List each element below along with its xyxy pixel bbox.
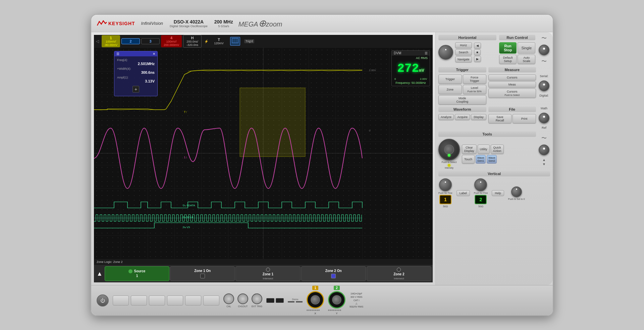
default-setup-btn[interactable]: DefaultSetup (499, 55, 517, 64)
navigate-btn[interactable]: Navigate (455, 56, 472, 62)
top-right-knob[interactable] (539, 45, 549, 55)
demo-conn-1[interactable] (288, 301, 294, 302)
meas-btn[interactable]: Meas (488, 81, 536, 88)
tools-main-knob[interactable] (438, 139, 460, 160)
ch2-probe-connector[interactable] (328, 291, 345, 309)
auto-scale-btn[interactable]: AutoScale (518, 55, 535, 64)
zone1-intersect-softkey[interactable]: Zone 1 Intersect (235, 266, 300, 281)
width-measurement: +Width(4): 300.6ns (117, 67, 155, 74)
ch2-impedance: 50Ω (478, 205, 483, 208)
ch2-tab-8 (340, 310, 341, 311)
usb-port-2[interactable] (276, 298, 284, 303)
run-stop-btn[interactable]: RunStop (499, 42, 517, 54)
math-knob[interactable] (539, 113, 549, 123)
mode-coupling-btn[interactable]: ModeCoupling (438, 95, 486, 105)
force-trigger-btn[interactable]: ForceTrigger (463, 74, 486, 84)
t-button[interactable]: T 120mV (210, 37, 228, 46)
ch2-indicator[interactable]: 2 (475, 195, 487, 204)
touch-btn[interactable]: Touch (462, 155, 475, 164)
clear-display-btn[interactable]: ClearDisplay (462, 145, 477, 154)
meas-add-btn[interactable]: + (132, 86, 139, 93)
trig-status: Trig'd (244, 39, 254, 43)
func-btn-6[interactable] (203, 295, 219, 306)
zone2-on-checkbox[interactable] (331, 274, 336, 278)
h-label: H (191, 36, 194, 40)
func-btn-3[interactable] (149, 295, 165, 306)
ch2-marker: 1↕ (184, 156, 187, 159)
zone2-intersect-softkey[interactable]: Zone 2 Intersect (367, 266, 431, 281)
ch4-button[interactable]: 4 100mV/ 200.000mV (161, 35, 182, 47)
svg-rect-0 (232, 38, 238, 43)
func-btn-1[interactable] (113, 295, 129, 306)
wave-gen2-btn[interactable]: WaveGen2 (487, 155, 497, 164)
trigger-btn[interactable]: Trigger (438, 74, 462, 84)
freq-measurement: Freq(4): 2.501MHz (117, 58, 155, 66)
help-btn[interactable]: Help (492, 190, 504, 196)
nav-up-arrow[interactable]: ▲ (95, 270, 104, 277)
func-btn-4[interactable] (167, 295, 183, 306)
ch2-button[interactable]: 2 (121, 38, 140, 44)
meas-title-bar: ☰ ✕ (114, 51, 157, 56)
horiz-btn[interactable]: Horiz (455, 42, 472, 48)
ch1-indicator[interactable]: 1 (439, 195, 451, 204)
horiz-left-btn[interactable]: ◀ (474, 43, 481, 49)
bottom-right-knob[interactable] (539, 145, 549, 155)
analyze-btn[interactable]: Analyze (438, 114, 454, 120)
file-section: File SaveRecall Print (488, 107, 536, 129)
quick-action-btn[interactable]: QuickAction (491, 145, 504, 154)
label-btn[interactable]: Label (457, 190, 470, 196)
single-btn[interactable]: Single (518, 42, 535, 54)
usb-port-1[interactable] (266, 298, 274, 303)
expand-arrow: ◁ (96, 39, 99, 44)
func-btn-5[interactable] (185, 295, 201, 306)
utility-btn[interactable]: Utility (478, 145, 490, 154)
measure-title: Measure (488, 67, 536, 72)
save-recall-btn[interactable]: SaveRecall (488, 114, 512, 123)
zone1-on-softkey[interactable]: Zone 1 On (170, 266, 235, 281)
meas-close-btn[interactable]: ✕ (152, 52, 156, 56)
h-button[interactable]: H 200.0ns/ -320.0ns (183, 35, 202, 48)
ch1-button[interactable]: 1 100mV/ -80.00mV (102, 35, 120, 47)
ch1-tab-3 (310, 310, 311, 311)
zone1-indicator-row (266, 268, 270, 272)
acquire-btn[interactable]: Acquire (455, 114, 470, 120)
right-panel: Horizontal Horiz Search Navigate ◀ ■ (435, 32, 553, 285)
screen-mode-btn[interactable] (230, 37, 240, 46)
source-green-dot (128, 269, 132, 273)
position-knob[interactable] (511, 186, 522, 197)
print-btn[interactable]: Print (513, 114, 536, 123)
ch3-button[interactable]: 3 (141, 38, 160, 44)
horiz-stop-btn[interactable]: ■ (474, 49, 480, 55)
search-btn[interactable]: Search (455, 49, 472, 55)
source-softkey[interactable]: Source 1 (105, 266, 169, 281)
meas-minimize-btn[interactable]: ☰ (116, 52, 120, 56)
power-btn[interactable]: ⏻ (97, 294, 109, 307)
wave-gen1-btn[interactable]: WaveGen1 (476, 155, 486, 164)
display-btn[interactable]: Display (471, 114, 486, 120)
ch1-vert-knob[interactable] (439, 178, 452, 191)
mid-right-knob[interactable] (539, 80, 549, 91)
zone2-on-softkey[interactable]: Zone 2 On (301, 266, 366, 281)
demo-conn-2[interactable] (296, 301, 303, 302)
file-title: File (488, 107, 536, 112)
cursors-btn[interactable]: Cursors (488, 74, 536, 80)
serial-label: Serial: (540, 74, 548, 78)
horiz-right-btn[interactable]: ▶ (474, 56, 481, 62)
bnc-3-connector[interactable] (252, 293, 262, 304)
tools-title: Tools (438, 131, 536, 137)
bnc-1-connector[interactable] (223, 293, 234, 304)
model-sub: Digital Storage Oscilloscope (170, 24, 208, 28)
cursors-select-btn[interactable]: CursorsPush to Select (488, 89, 536, 98)
ch2-vert-knob[interactable] (474, 178, 487, 191)
ch1-probe-connector[interactable] (307, 291, 324, 309)
horizontal-knob[interactable] (438, 45, 453, 60)
bnc-2-connector[interactable] (237, 293, 248, 304)
func-btn-2[interactable] (131, 295, 147, 306)
model-info: DSO-X 4022A Digital Storage Oscilloscope (170, 19, 208, 28)
zone1-on-checkbox[interactable] (200, 274, 205, 278)
zone-btn[interactable]: Zone (438, 85, 462, 94)
knob-down-arrow[interactable]: ▼ (542, 162, 546, 166)
measurement-box: ☰ ✕ Freq(4): 2.501MHz +Width(4): 300.6ns (114, 51, 158, 96)
level-btn[interactable]: LevelPush for 50% (463, 85, 486, 94)
knob-up-arrow[interactable]: ▲ (542, 158, 546, 162)
